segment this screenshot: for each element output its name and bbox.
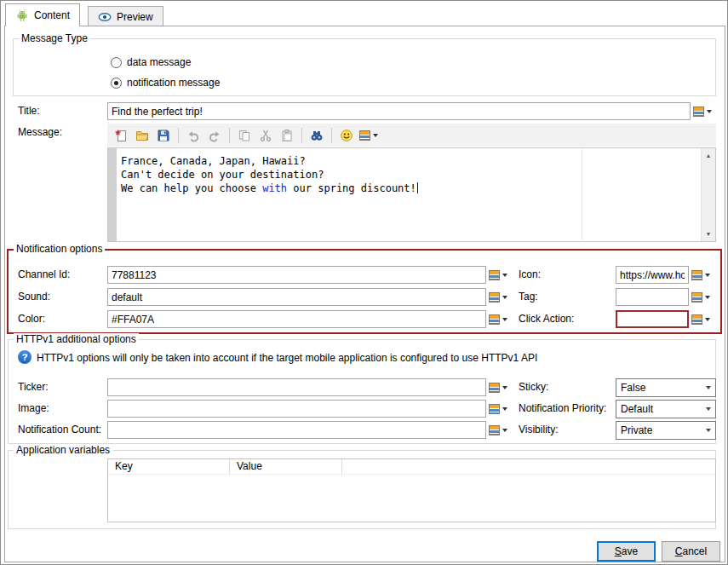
message-line: France, Canada, Japan, Hawaii?	[121, 154, 696, 168]
radio-notification-message[interactable]: notification message	[111, 76, 220, 89]
tag-input[interactable]	[616, 288, 689, 306]
icon-label: Icon:	[519, 268, 541, 280]
visibility-label: Visibility:	[519, 424, 558, 435]
emoticon-icon	[340, 129, 353, 142]
copy-icon	[238, 129, 251, 142]
message-text[interactable]: France, Canada, Japan, Hawaii? Can't dec…	[121, 154, 696, 195]
sound-label: Sound:	[18, 291, 50, 303]
paste-icon	[280, 129, 294, 142]
chevron-down-icon	[502, 318, 507, 321]
paste-button[interactable]	[277, 125, 297, 145]
channel-id-insert-variable-button[interactable]	[489, 268, 512, 283]
android-icon	[15, 9, 29, 22]
application-variables-table: Key Value	[107, 458, 716, 522]
chevron-down-icon	[705, 318, 710, 321]
image-label: Image:	[18, 402, 49, 414]
channel-id-input[interactable]	[107, 266, 486, 284]
sticky-label: Sticky:	[519, 381, 548, 393]
copy-button[interactable]	[234, 125, 255, 145]
sticky-combobox[interactable]: False	[616, 378, 716, 397]
color-insert-variable-button[interactable]	[489, 312, 512, 327]
insert-variable-icon	[691, 292, 702, 303]
open-folder-icon	[135, 129, 149, 142]
radio-circle-checked-icon[interactable]	[111, 78, 122, 89]
cancel-button[interactable]: Cancel	[662, 541, 720, 562]
save-file-button[interactable]	[153, 125, 174, 145]
title-insert-variable-button[interactable]	[693, 104, 716, 119]
radio-circle-icon[interactable]	[111, 57, 122, 68]
visibility-value: Private	[621, 424, 652, 436]
chevron-down-icon	[502, 407, 507, 411]
emoticon-button[interactable]	[336, 125, 357, 145]
cut-button[interactable]	[255, 125, 276, 145]
insert-variable-icon	[693, 107, 704, 117]
chevron-down-icon	[705, 274, 710, 277]
column-header-value[interactable]: Value	[230, 459, 342, 474]
title-input[interactable]	[107, 102, 691, 120]
right-margin-guide	[582, 149, 582, 240]
radio-data-message[interactable]: data message	[111, 55, 191, 69]
notification-count-insert-variable-button[interactable]	[489, 423, 512, 438]
text-caret	[417, 182, 418, 193]
ticker-input[interactable]	[107, 378, 486, 396]
color-label: Color:	[18, 313, 45, 325]
tag-insert-variable-button[interactable]	[691, 290, 714, 305]
new-document-icon	[114, 129, 128, 142]
radio-notification-message-label[interactable]: notification message	[127, 77, 220, 89]
insert-variable-icon	[489, 425, 500, 435]
find-button[interactable]	[307, 125, 327, 145]
sound-input[interactable]	[107, 288, 486, 306]
sound-insert-variable-button[interactable]	[489, 290, 512, 305]
notification-priority-combobox[interactable]: Default	[616, 400, 716, 418]
open-file-button[interactable]	[132, 125, 152, 145]
scroll-down-icon[interactable]	[702, 227, 715, 241]
chevron-down-icon	[373, 134, 378, 137]
tab-preview[interactable]: Preview	[88, 6, 163, 26]
tab-content[interactable]: Content	[5, 3, 80, 26]
redo-button[interactable]	[204, 125, 225, 145]
insert-variable-icon	[691, 314, 702, 325]
chevron-down-icon	[502, 274, 507, 277]
undo-button[interactable]	[183, 125, 203, 145]
save-button[interactable]: Save	[597, 541, 656, 562]
httpv1-info-text: HTTPv1 options will only be taken into a…	[37, 352, 537, 364]
notification-priority-value: Default	[621, 403, 653, 415]
insert-variable-icon	[489, 383, 500, 393]
tag-label: Tag:	[519, 291, 538, 303]
new-document-button[interactable]	[111, 125, 131, 145]
message-insert-variable-button[interactable]	[358, 125, 380, 145]
visibility-combobox[interactable]: Private	[616, 421, 716, 440]
message-editor[interactable]: France, Canada, Japan, Hawaii? Can't dec…	[107, 147, 716, 242]
color-input[interactable]	[107, 310, 486, 328]
icon-input[interactable]	[616, 266, 689, 284]
message-line: Can't decide on your destination?	[121, 168, 696, 182]
editor-gutter	[108, 148, 117, 241]
chevron-down-icon	[706, 429, 711, 432]
column-header-key[interactable]: Key	[108, 459, 230, 474]
ticker-insert-variable-button[interactable]	[489, 380, 512, 395]
tab-preview-label: Preview	[117, 11, 153, 23]
cut-icon	[259, 129, 272, 142]
image-insert-variable-button[interactable]	[489, 401, 512, 417]
message-toolbar	[107, 124, 716, 147]
click-action-insert-variable-button[interactable]	[691, 312, 714, 327]
table-body[interactable]	[108, 475, 715, 522]
column-header-empty[interactable]	[342, 459, 715, 474]
notification-count-input[interactable]	[107, 421, 486, 439]
icon-insert-variable-button[interactable]	[691, 268, 714, 283]
image-input[interactable]	[107, 400, 486, 418]
channel-id-label: Channel Id:	[18, 268, 70, 280]
click-action-label: Click Action:	[519, 313, 574, 325]
eye-icon	[98, 10, 112, 24]
insert-variable-icon	[489, 404, 500, 414]
insert-variable-icon	[489, 314, 500, 325]
insert-variable-icon	[691, 270, 702, 280]
click-action-input[interactable]	[616, 310, 689, 328]
editor-scrollbar[interactable]	[701, 148, 715, 241]
radio-data-message-label[interactable]: data message	[127, 56, 191, 68]
scroll-up-icon[interactable]	[702, 148, 715, 163]
chevron-down-icon	[502, 429, 507, 432]
notification-priority-label: Notification Priority:	[519, 402, 606, 414]
chevron-down-icon	[706, 407, 711, 411]
message-line: We can help you choose with our spring d…	[121, 182, 696, 195]
